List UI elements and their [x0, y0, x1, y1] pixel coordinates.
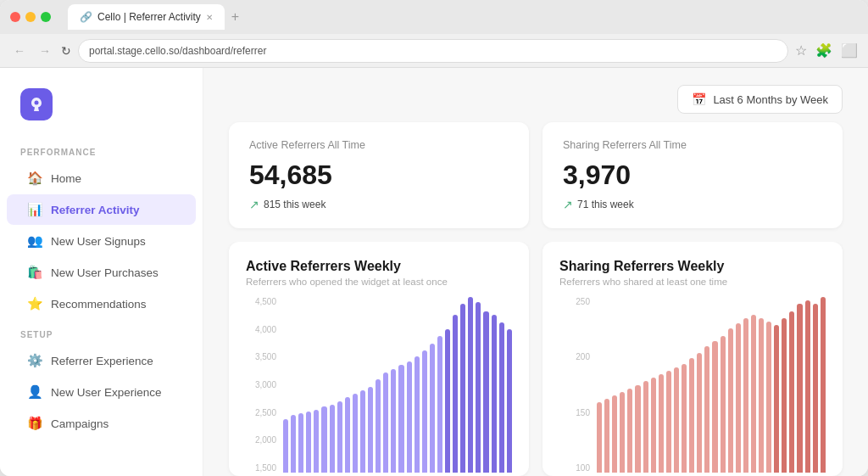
- new-user-purchases-icon: 🛍️: [27, 265, 42, 280]
- bookmark-icon[interactable]: ☆: [795, 42, 807, 59]
- bar: [353, 394, 358, 473]
- active-tab[interactable]: 🔗 Cello | Referrer Activity ✕: [68, 4, 225, 30]
- setup-section-label: SETUP: [0, 320, 203, 344]
- refresh-button[interactable]: ↻: [61, 44, 71, 58]
- bar: [492, 315, 497, 473]
- sidebar-logo: [0, 85, 203, 137]
- bar: [651, 378, 656, 473]
- bar: [728, 328, 733, 473]
- y-label: 3,000: [246, 380, 276, 389]
- sidebar-item-referrer-experience-label: Referrer Experience: [51, 355, 153, 367]
- sidebar-item-new-user-experience[interactable]: 👤 New User Experience: [7, 377, 196, 407]
- sidebar-item-referrer-experience[interactable]: ⚙️ Referrer Experience: [7, 345, 196, 376]
- bar: [797, 304, 802, 473]
- bar: [682, 364, 687, 473]
- bar: [445, 329, 450, 473]
- sharing-referrers-change-text: 71 this week: [577, 199, 634, 210]
- bar: [659, 374, 664, 473]
- performance-section-label: PERFORMANCE: [0, 137, 203, 162]
- bar: [813, 304, 818, 473]
- bar: [398, 365, 403, 473]
- campaigns-icon: 🎁: [27, 416, 42, 431]
- y-label: 2,000: [246, 435, 276, 445]
- minimize-button[interactable]: [25, 12, 36, 22]
- url-text: portal.stage.cello.so/dashboard/referrer: [89, 45, 266, 57]
- bar: [774, 325, 779, 473]
- sharing-referrers-change: ↗ 71 this week: [563, 198, 822, 211]
- y-label: 2,500: [246, 408, 276, 417]
- date-filter-button[interactable]: 📅 Last 6 Months by Week: [677, 85, 843, 114]
- close-button[interactable]: [10, 12, 20, 22]
- sharing-referrers-chart-card: Sharing Referrers Weekly Referrers who s…: [542, 242, 843, 476]
- bar: [743, 318, 748, 473]
- sidebar-item-new-user-signups[interactable]: 👥 New User Signups: [7, 226, 196, 256]
- sidebar: PERFORMANCE 🏠 Home 📊 Referrer Activity 👥…: [0, 68, 203, 476]
- logo-icon: [20, 88, 53, 120]
- y-label: 4,500: [246, 297, 276, 306]
- y-label: 250: [559, 297, 590, 306]
- back-button[interactable]: ←: [10, 42, 29, 59]
- bar: [697, 353, 702, 473]
- profile-icon[interactable]: ⬜: [841, 42, 858, 59]
- bar: [721, 336, 726, 473]
- bar: [468, 297, 473, 473]
- new-user-experience-icon: 👤: [27, 384, 42, 400]
- tab-bar: 🔗 Cello | Referrer Activity ✕ +: [68, 4, 242, 30]
- referrer-activity-icon: 📊: [27, 202, 42, 217]
- bar: [376, 379, 381, 473]
- forward-button[interactable]: →: [36, 42, 54, 59]
- bar: [759, 318, 764, 473]
- active-referrers-card: Active Referrers All Time 54,685 ↗ 815 t…: [229, 122, 529, 228]
- y-label: 3,500: [246, 352, 276, 361]
- sidebar-item-new-user-experience-label: New User Experience: [51, 386, 162, 399]
- active-referrers-y-labels: 1,500 2,000 2,500 3,000 3,500 4,000 4,50…: [246, 297, 276, 476]
- sidebar-item-new-user-signups-label: New User Signups: [51, 235, 146, 248]
- sidebar-item-campaigns[interactable]: 🎁 Campaigns: [7, 408, 196, 439]
- sharing-referrers-chart-area: 100 150 200 250: [559, 297, 826, 476]
- bar: [627, 389, 632, 473]
- bar: [430, 344, 435, 473]
- y-label: 1,500: [246, 463, 276, 473]
- svg-point-0: [35, 101, 39, 105]
- y-label: 100: [559, 463, 590, 473]
- maximize-button[interactable]: [41, 12, 51, 22]
- setup-section: SETUP ⚙️ Referrer Experience 👤 New User …: [0, 320, 203, 440]
- recommendations-icon: ⭐: [27, 296, 42, 311]
- new-tab-button[interactable]: +: [228, 9, 242, 25]
- sidebar-item-campaigns-label: Campaigns: [51, 417, 108, 430]
- bar: [507, 329, 512, 473]
- bar: [368, 387, 373, 473]
- address-bar[interactable]: portal.stage.cello.so/dashboard/referrer: [78, 39, 788, 63]
- active-referrers-chart-card: Active Referrers Weekly Referrers who op…: [229, 242, 529, 476]
- active-referrers-chart-title: Active Referrers Weekly: [246, 259, 512, 274]
- extensions-icon[interactable]: 🧩: [815, 42, 832, 59]
- bar: [635, 385, 640, 473]
- main-content: 📅 Last 6 Months by Week Active Referrers…: [203, 68, 868, 476]
- sidebar-item-referrer-activity[interactable]: 📊 Referrer Activity: [7, 194, 196, 225]
- browser-titlebar: 🔗 Cello | Referrer Activity ✕ +: [0, 0, 868, 34]
- bar: [391, 369, 396, 473]
- bar: [805, 300, 810, 473]
- tab-close-icon[interactable]: ✕: [206, 13, 213, 22]
- sidebar-item-new-user-purchases[interactable]: 🛍️ New User Purchases: [7, 257, 196, 288]
- sidebar-item-new-user-purchases-label: New User Purchases: [51, 266, 159, 279]
- bar: [666, 371, 671, 473]
- bar: [736, 323, 741, 473]
- new-user-signups-icon: 👥: [27, 233, 42, 249]
- traffic-lights: [10, 12, 51, 22]
- sharing-referrers-y-labels: 100 150 200 250: [559, 297, 590, 476]
- browser-frame: 🔗 Cello | Referrer Activity ✕ + ← → ↻ po…: [0, 0, 868, 476]
- bar: [460, 304, 465, 473]
- bar: [360, 390, 365, 473]
- bar: [483, 311, 488, 473]
- sidebar-item-home-label: Home: [51, 172, 81, 185]
- y-label: 4,000: [246, 325, 276, 334]
- stats-row: Active Referrers All Time 54,685 ↗ 815 t…: [203, 122, 868, 242]
- bar: [604, 399, 609, 473]
- bar: [674, 367, 679, 473]
- trend-up-icon-2: ↗: [563, 198, 573, 211]
- bar: [453, 315, 458, 473]
- sidebar-item-home[interactable]: 🏠 Home: [7, 163, 196, 193]
- sidebar-item-recommendations[interactable]: ⭐ Recommendations: [7, 288, 196, 319]
- bar: [383, 372, 388, 473]
